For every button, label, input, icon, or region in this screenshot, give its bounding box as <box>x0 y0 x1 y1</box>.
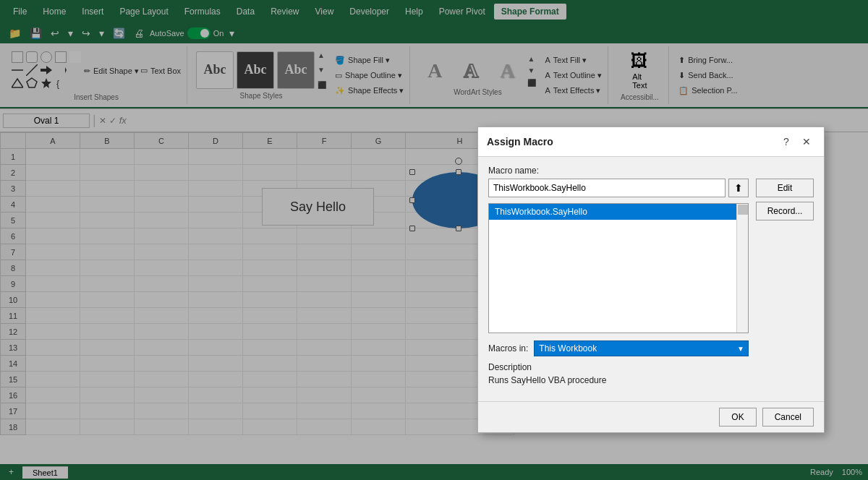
modal-titlebar: Assign Macro ? ✕ <box>478 127 824 157</box>
modal-body: Macro name: ⬆ ThisWorkbook.SayHello Mac <box>478 157 824 401</box>
macro-upload-btn[interactable]: ⬆ <box>728 179 749 197</box>
cancel-btn[interactable]: Cancel <box>762 408 814 427</box>
macro-list-scrollbar <box>736 204 748 333</box>
macro-list-item-0[interactable]: ThisWorkbook.SayHello <box>489 204 748 220</box>
macros-in-row: Macros in: This Workbook <box>488 340 749 356</box>
record-btn[interactable]: Record... <box>756 202 814 220</box>
macro-name-label: Macro name: <box>488 166 814 176</box>
scroll-thumb <box>738 205 748 215</box>
description-text: Runs SayHello VBA procedure <box>488 375 749 393</box>
modal-side-buttons: Edit Record... <box>756 179 814 393</box>
modal-title: Assign Macro <box>487 136 553 147</box>
macros-in-label: Macros in: <box>488 343 528 353</box>
modal-overlay: Assign Macro ? ✕ Macro name: ⬆ ThisWorkb… <box>0 0 868 480</box>
macro-list[interactable]: ThisWorkbook.SayHello <box>488 203 749 333</box>
modal-footer: OK Cancel <box>478 401 824 432</box>
modal-titlebar-buttons: ? ✕ <box>778 133 815 150</box>
description-label: Description <box>488 362 749 372</box>
assign-macro-modal: Assign Macro ? ✕ Macro name: ⬆ ThisWorkb… <box>477 127 825 433</box>
description-section: Description Runs SayHello VBA procedure <box>488 362 749 393</box>
modal-main-row: ⬆ ThisWorkbook.SayHello Macros in: This … <box>488 179 814 393</box>
edit-btn[interactable]: Edit <box>756 179 814 197</box>
modal-help-btn[interactable]: ? <box>778 133 795 150</box>
modal-close-btn[interactable]: ✕ <box>798 133 815 150</box>
macro-name-row: ⬆ <box>488 179 749 197</box>
modal-main-content: ⬆ ThisWorkbook.SayHello Macros in: This … <box>488 179 749 393</box>
macros-in-select-wrap: This Workbook <box>534 340 749 356</box>
macros-in-select[interactable]: This Workbook <box>534 340 749 356</box>
ok-btn[interactable]: OK <box>719 408 756 427</box>
macro-name-input[interactable] <box>488 179 726 197</box>
